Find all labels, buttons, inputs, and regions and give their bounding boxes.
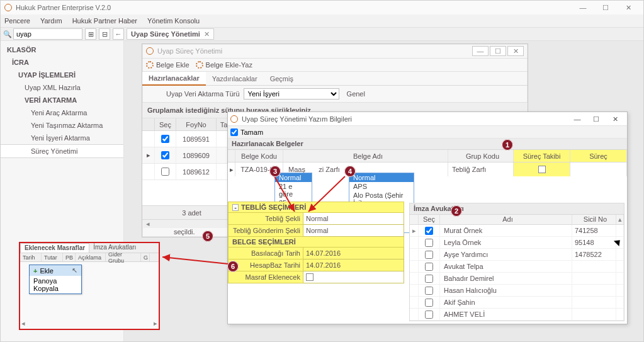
- scroll-left-icon[interactable]: ◂: [146, 220, 150, 228]
- row-checkbox[interactable]: [425, 311, 433, 319]
- row-checkbox[interactable]: [161, 135, 169, 143]
- row-count: 3 adet: [155, 206, 229, 219]
- row-checkbox[interactable]: [425, 275, 433, 283]
- sidebar-icra[interactable]: İCRA: [1, 56, 123, 69]
- col-grup-kodu[interactable]: Grup Kodu: [448, 150, 514, 162]
- row-checkbox[interactable]: [425, 239, 433, 247]
- scroll-right-icon[interactable]: ▸: [154, 319, 157, 328]
- sidebar-veri-aktarma[interactable]: VERİ AKTARMA: [1, 94, 123, 106]
- imza-row[interactable]: Leyla Örnek95148: [410, 237, 624, 249]
- dd-option[interactable]: Normal: [349, 173, 414, 182]
- row-marker-icon: [410, 237, 419, 248]
- menu-konsol[interactable]: Yönetim Konsolu: [147, 17, 200, 25]
- menu-haber[interactable]: Hukuk Partner Haber: [72, 17, 137, 25]
- checkbox-icon[interactable]: [306, 273, 314, 281]
- col-tarih[interactable]: Tarih: [20, 253, 42, 261]
- back-button[interactable]: ←: [113, 28, 124, 40]
- cell-foyno: 1089612: [176, 164, 217, 180]
- col-adi[interactable]: Adı: [440, 215, 572, 224]
- remove-button[interactable]: ⊟: [99, 28, 110, 40]
- menu-pencere[interactable]: Pencere: [4, 17, 30, 25]
- imza-row[interactable]: Bahadır Demirel: [410, 273, 624, 285]
- document-tab-close-icon[interactable]: ✕: [204, 30, 210, 38]
- win1-maximize-button[interactable]: ☐: [490, 46, 506, 56]
- badge-5: 5: [202, 231, 213, 242]
- teblig-sekli-value[interactable]: Normal: [303, 213, 404, 225]
- col-sec[interactable]: Seç: [419, 215, 440, 224]
- tab-gecmis[interactable]: Geçmiş: [264, 72, 300, 85]
- dd-option[interactable]: 21 e göre: [275, 182, 312, 198]
- row-checkbox[interactable]: [425, 227, 433, 235]
- col-belge-adi[interactable]: Belge Adı: [283, 150, 448, 162]
- menubar: Pencere Yardım Hukuk Partner Haber Yönet…: [1, 14, 643, 27]
- row-checkbox[interactable]: [425, 299, 433, 307]
- tab-yazdirilacaklar[interactable]: Yazdırılacaklar: [206, 72, 264, 85]
- document-tab[interactable]: Uyap Süreç Yönetimi ✕: [127, 28, 214, 40]
- dd-option[interactable]: APS: [349, 182, 414, 191]
- imza-row[interactable]: Avukat Telpa: [410, 261, 624, 273]
- gonderim-sekli-value[interactable]: Normal: [303, 225, 404, 237]
- imza-row[interactable]: Akif Şahin: [410, 297, 624, 309]
- hesapbaz-tarih-value[interactable]: 14.07.2016: [303, 259, 404, 271]
- sidebar-uyap-xml[interactable]: Uyap XML Hazırla: [1, 81, 123, 94]
- plus-icon: +: [33, 267, 37, 275]
- col-sec[interactable]: Seç: [155, 118, 176, 130]
- col-gider-grubu[interactable]: Gider Grubu: [106, 253, 141, 261]
- win1-minimize-button[interactable]: —: [472, 46, 489, 56]
- col-surec-takibi[interactable]: Süreç Takibi: [514, 150, 570, 162]
- cell-surec-takibi[interactable]: [514, 162, 570, 176]
- tamam-checkbox[interactable]: [230, 128, 238, 136]
- col-surec[interactable]: Süreç: [570, 150, 627, 162]
- row-checkbox[interactable]: [425, 287, 433, 295]
- menu-yardim[interactable]: Yardım: [40, 17, 62, 25]
- minimize-button[interactable]: —: [572, 1, 594, 14]
- imza-row[interactable]: AHMET VELİ: [410, 309, 624, 321]
- context-menu: +Ekle↖ Panoya Kopyala: [29, 265, 82, 294]
- scroll-up-icon[interactable]: ▴: [616, 215, 624, 224]
- tab-eklenecek-masraflar[interactable]: Eklenecek Masraflar: [20, 243, 89, 253]
- imza-row[interactable]: Hasan Halıcıoğlu: [410, 285, 624, 297]
- genel-label[interactable]: Genel: [347, 90, 365, 98]
- sidebar-tasinmaz[interactable]: Yeni Taşınmaz Aktarma: [1, 119, 123, 132]
- win1-close-button[interactable]: ✕: [507, 46, 524, 56]
- cell-grup-kodu: Tebliğ Zarfı: [448, 162, 514, 176]
- row-checkbox[interactable]: [161, 151, 169, 159]
- close-button[interactable]: ✕: [617, 1, 640, 14]
- col-belge-kodu[interactable]: Belge Kodu: [235, 150, 283, 162]
- add-button[interactable]: ⊞: [85, 28, 96, 40]
- col-aciklama[interactable]: Açıklama: [76, 253, 106, 261]
- imza-tab[interactable]: İmza Avukatları: [410, 203, 624, 215]
- row-checkbox[interactable]: [161, 168, 169, 176]
- imza-row[interactable]: ▸Murat Örnek741258: [410, 225, 624, 237]
- col-g[interactable]: G: [141, 253, 150, 261]
- sidebar-klasor[interactable]: KLASÖR: [1, 43, 123, 56]
- belge-ekle-yaz-button[interactable]: Belge Ekle-Yaz: [196, 61, 252, 69]
- menu-panoya-kopyala[interactable]: Panoya Kopyala: [30, 276, 81, 294]
- sidebar-surec[interactable]: Süreç Yönetimi: [1, 144, 123, 158]
- menu-ekle[interactable]: +Ekle↖: [30, 265, 81, 276]
- ring-icon: [146, 61, 154, 69]
- col-pb[interactable]: PB: [63, 253, 76, 261]
- col-foyno[interactable]: FoyNo: [176, 118, 217, 130]
- maximize-button[interactable]: ☐: [594, 1, 617, 14]
- col-tutar[interactable]: Tutar: [42, 253, 63, 261]
- checkbox-icon[interactable]: [538, 166, 546, 173]
- win2-close-button[interactable]: ✕: [606, 113, 624, 125]
- dd-option[interactable]: Normal: [275, 173, 312, 182]
- win2-maximize-button[interactable]: ☐: [587, 113, 606, 125]
- sidebar-arac[interactable]: Yeni Araç Aktarma: [1, 106, 123, 119]
- sidebar-uyap-islemleri[interactable]: UYAP İŞLEMLERİ: [1, 69, 123, 81]
- masraf-eklenecek-value[interactable]: [303, 271, 404, 283]
- filter-select[interactable]: Yeni İşyeri: [244, 88, 339, 100]
- scroll-left-icon[interactable]: ◂: [21, 319, 25, 328]
- imza-row[interactable]: Ayşe Yardımcı1478522: [410, 249, 624, 261]
- belge-ekle-button[interactable]: Belge Ekle: [146, 61, 189, 69]
- basilacagi-tarih-value[interactable]: 14.07.2016: [303, 248, 404, 259]
- win2-minimize-button[interactable]: —: [568, 113, 587, 125]
- row-checkbox[interactable]: [425, 251, 433, 259]
- sidebar-isyeri[interactable]: Yeni İşyeri Aktarma: [1, 132, 123, 144]
- row-checkbox[interactable]: [425, 263, 433, 271]
- col-sicil[interactable]: Sicil No: [572, 215, 616, 224]
- search-input[interactable]: [13, 28, 82, 40]
- tab-hazirlanacaklar[interactable]: Hazırlanacaklar: [142, 72, 206, 86]
